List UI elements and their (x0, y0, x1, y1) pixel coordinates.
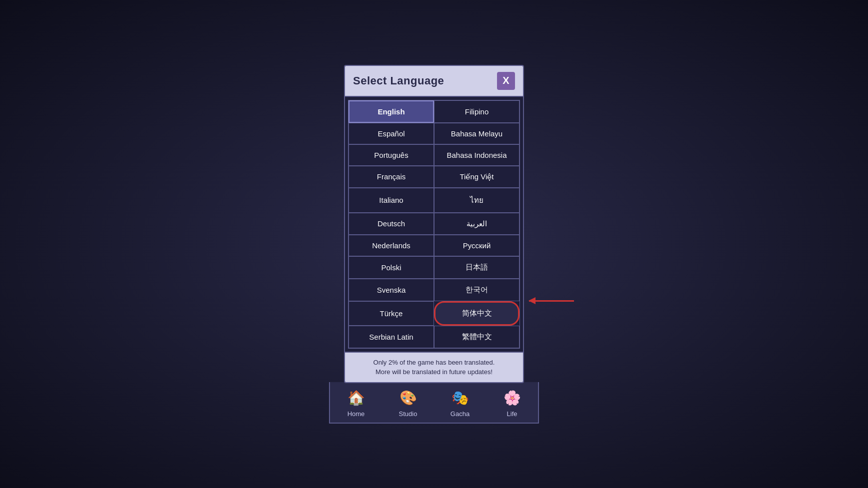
lang-btn-japanese[interactable]: 日本語 (434, 256, 520, 279)
lang-btn-thai[interactable]: ไทย (434, 188, 520, 213)
nav-label-studio: Studio (399, 410, 418, 418)
lang-btn-serbian-latin[interactable]: Serbian Latin (348, 326, 434, 348)
nav-label-home: Home (348, 410, 365, 418)
close-button[interactable]: X (497, 72, 515, 90)
bottom-nav: 🏠Home🎨Studio🎭Gacha🌸Life (329, 382, 539, 424)
lang-btn-tieng-viet[interactable]: Tiếng Việt (434, 166, 520, 188)
lang-btn-arabic[interactable]: العربية (434, 213, 520, 235)
arrow-head (528, 297, 536, 304)
lang-btn-italiano[interactable]: Italiano (348, 188, 434, 213)
lang-btn-deutsch[interactable]: Deutsch (348, 213, 434, 235)
gacha-icon: 🎭 (450, 388, 470, 408)
lang-btn-bahasa-indonesia[interactable]: Bahasa Indonesia (434, 144, 520, 166)
lang-btn-svenska[interactable]: Svenska (348, 279, 434, 301)
nav-item-life[interactable]: 🌸Life (492, 386, 532, 420)
modal-wrapper: Select Language X EnglishFilipinoEspañol… (329, 65, 539, 424)
nav-label-life: Life (507, 410, 518, 418)
lang-btn-francais[interactable]: Français (348, 166, 434, 188)
arrow-line (529, 300, 574, 302)
lang-btn-bahasa-melayu[interactable]: Bahasa Melayu (434, 123, 520, 144)
home-icon: 🏠 (346, 388, 366, 408)
lang-btn-espanol[interactable]: Español (348, 123, 434, 144)
lang-btn-portugues[interactable]: Português (348, 144, 434, 166)
life-icon: 🌸 (502, 388, 522, 408)
language-grid: EnglishFilipinoEspañolBahasa MelayuPortu… (348, 100, 520, 349)
nav-label-gacha: Gacha (450, 410, 470, 418)
nav-item-gacha[interactable]: 🎭Gacha (440, 386, 480, 420)
lang-btn-filipino[interactable]: Filipino (434, 100, 520, 123)
nav-item-home[interactable]: 🏠Home (336, 386, 376, 420)
studio-icon: 🎨 (398, 388, 418, 408)
modal-body: EnglishFilipinoEspañolBahasa MelayuPortu… (345, 97, 523, 352)
lang-btn-traditional-chinese[interactable]: 繁體中文 (434, 326, 520, 348)
lang-btn-turkce[interactable]: Türkçe (348, 301, 434, 326)
lang-btn-russian[interactable]: Русский (434, 235, 520, 256)
lang-btn-simplified-chinese[interactable]: 简体中文 (434, 301, 520, 326)
nav-item-studio[interactable]: 🎨Studio (388, 386, 428, 420)
footer-text: Only 2% of the game has been translated.… (353, 358, 515, 377)
language-modal: Select Language X EnglishFilipinoEspañol… (344, 65, 524, 383)
modal-title: Select Language (353, 74, 444, 87)
lang-btn-korean[interactable]: 한국어 (434, 279, 520, 301)
lang-btn-polski[interactable]: Polski (348, 256, 434, 279)
lang-btn-english[interactable]: English (348, 100, 434, 123)
modal-footer: Only 2% of the game has been translated.… (345, 352, 523, 382)
lang-btn-nederlands[interactable]: Nederlands (348, 235, 434, 256)
modal-header: Select Language X (345, 66, 523, 97)
arrow-annotation (529, 300, 574, 302)
